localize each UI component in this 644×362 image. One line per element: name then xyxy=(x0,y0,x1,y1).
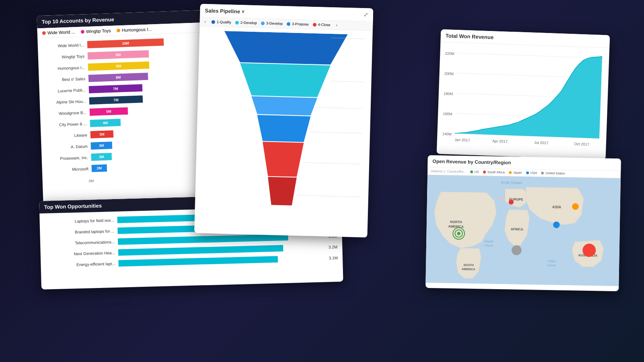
map-legend-sa: South Africa xyxy=(483,170,505,174)
y-label-140: 140M xyxy=(442,132,452,136)
funnel-segment-3 xyxy=(251,96,318,115)
accounts-bar-fill-11: 2M xyxy=(91,165,107,172)
map-container: Arctic Ocean NORTH AMERICA EUROPE ASIA A… xyxy=(425,175,621,286)
pipeline-legend-label-1: 2-Develop xyxy=(240,21,257,25)
axis-min: 0M xyxy=(89,179,94,183)
funnel-segment-1 xyxy=(224,31,348,65)
accounts-bar-fill-5: 7M xyxy=(89,95,143,105)
accounts-bar-label-4: Lucerne Publi... xyxy=(43,87,89,93)
map-dot-jp xyxy=(509,171,512,174)
map-legend-us: US xyxy=(470,170,479,174)
pipeline-legend-item-2: 3-Develop xyxy=(261,21,283,25)
pipeline-legend-item-1: 2-Develop xyxy=(235,21,257,25)
svg-line-6 xyxy=(458,53,602,58)
accounts-bar-fill-7: 4M xyxy=(90,119,121,127)
opp-bar-label-2: Telecommunications... xyxy=(43,239,118,246)
accounts-bar-label-3: Best o' Sales xyxy=(42,76,89,82)
map-legend-label: Address 1: Country/Re... xyxy=(431,169,466,174)
label-arctic: Arctic Ocean xyxy=(501,181,522,185)
opp-bar-label-3: Next Generation Hea... xyxy=(44,250,118,257)
pipeline-legend-dot-3 xyxy=(287,22,290,26)
y-label-200: 200M xyxy=(444,72,454,76)
accounts-bar-label-6: Woodgrove B... xyxy=(43,110,90,116)
accounts-bar-fill-3: 8M xyxy=(88,73,148,82)
opp-bar-fill-4 xyxy=(118,256,278,266)
pipeline-legend-label-0: 1-Qualify xyxy=(217,20,231,25)
pipeline-legend-item-3: 3-Propose xyxy=(287,22,309,26)
legend-item-1: Wingtip Toys xyxy=(80,28,111,34)
accounts-bar-fill-9: 3M xyxy=(91,142,112,150)
map-label-united: United States xyxy=(545,171,565,175)
revenue-card: Total Won Revenue 220M 200M 180M 160M 14… xyxy=(437,29,610,160)
funnel-segment-4 xyxy=(256,115,310,142)
pipeline-card: Sales Pipeline ∨ ⤢ ‹1-Qualify2-Develop3-… xyxy=(194,4,374,237)
pipeline-legend-dot-1 xyxy=(235,21,239,24)
pipeline-legend-dot-0 xyxy=(211,20,215,24)
pipeline-legend-label-3: 3-Propose xyxy=(292,22,309,26)
chevron-down-icon: ∨ xyxy=(242,9,244,14)
label-ocean-indian: Ocean xyxy=(547,263,556,267)
legend-label-0: Wide World ... xyxy=(47,29,75,35)
legend-dot-2 xyxy=(117,29,120,32)
x-label-oct: Oct 2017 xyxy=(574,142,589,146)
funnel-value-6: $2,750,000.00 xyxy=(364,196,364,201)
pipeline-legend-item-4: 4-Close xyxy=(313,23,330,27)
revenue-area xyxy=(455,51,602,139)
x-label-apr: Apr 2017 xyxy=(492,139,508,144)
opp-bar-value-3: 3.2M xyxy=(328,245,338,249)
accounts-bar-label-10: Proseware, Inc. xyxy=(45,155,91,161)
map-label-sa: South Africa xyxy=(487,170,505,174)
label-africa: AFRICA xyxy=(511,227,523,231)
label-ocean-atlantic: Ocean xyxy=(485,244,493,247)
svg-line-4 xyxy=(303,162,364,164)
y-label-160: 160M xyxy=(443,112,452,116)
accounts-bar-label-7: City Power & ... xyxy=(44,121,90,127)
map-legend-usa: USA xyxy=(526,171,537,175)
funnel-container: $2,911,187.00 $4,241,442.00 $730,000.00 … xyxy=(194,26,373,228)
label-indian: Indian xyxy=(548,259,556,263)
map-dot-usa xyxy=(526,171,529,174)
revenue-chart: 220M 200M 180M 160M 140M Jan 2017 A xyxy=(437,42,609,156)
svg-line-5 xyxy=(296,195,363,197)
accounts-bar-label-2: Humongous I... xyxy=(42,65,88,71)
funnel-segment-2 xyxy=(239,63,330,98)
pipeline-legend-dot-4 xyxy=(313,23,316,26)
legend-dot-1 xyxy=(80,30,84,33)
expand-icon[interactable]: ⤢ xyxy=(363,11,368,18)
accounts-bar-label-1: Wingtip Toys xyxy=(41,54,88,60)
pipeline-prev-btn[interactable]: ‹ xyxy=(204,20,206,24)
accounts-bar-fill-8: 3M xyxy=(90,130,114,138)
opp-bar-fill-3 xyxy=(118,245,283,256)
svg-line-2 xyxy=(317,107,365,109)
label-south-america: SOUTH xyxy=(463,263,473,267)
label-south-america2: AMERICA xyxy=(462,267,476,271)
opp-bar-label-4: Energy-efficient lapt... xyxy=(44,261,118,267)
label-asia: ASIA xyxy=(552,205,561,209)
accounts-bar-label-5: Alpine Ski Hou... xyxy=(43,99,89,105)
opp-bar-label-1: Branded laptops for ... xyxy=(43,228,118,235)
legend-label-1: Wingtip Toys xyxy=(86,28,111,34)
map-dot-sa xyxy=(483,171,486,173)
accounts-bar-label-8: Litware xyxy=(44,132,91,138)
legend-dot-0 xyxy=(42,31,46,35)
pipeline-next-btn[interactable]: › xyxy=(336,23,337,27)
map-svg: Arctic Ocean NORTH AMERICA EUROPE ASIA A… xyxy=(425,175,621,286)
map-label-usa: USA xyxy=(530,171,537,175)
accounts-bar-label-11: Microsoft xyxy=(45,166,91,172)
pipeline-title: Sales Pipeline ∨ xyxy=(205,7,245,14)
map-legend-united: United States xyxy=(541,171,565,175)
x-label-jan: Jan 2017 xyxy=(454,138,470,142)
pipeline-legend-label-2: 3-Develop xyxy=(266,21,283,26)
label-atlantic: Atlantic xyxy=(484,239,494,243)
map-label-jp: Japan xyxy=(513,171,522,175)
dashboard-background: Top 10 Accounts by Revenue Wide World ..… xyxy=(0,0,644,362)
accounts-bar-label-0: Wide World I... xyxy=(41,43,87,49)
opp-bar-fill-2 xyxy=(118,234,288,245)
funnel-segment-6 xyxy=(267,177,297,206)
accounts-bar-label-9: A. Datum xyxy=(45,144,91,150)
accounts-bar-fill-2: 8M xyxy=(88,62,149,71)
svg-line-3 xyxy=(310,132,365,134)
accounts-bar-fill-1: 8M xyxy=(88,50,149,60)
opp-bar-container-4 xyxy=(118,255,326,267)
map-card: Open Revenue by Country/Region Address 1… xyxy=(425,155,621,291)
